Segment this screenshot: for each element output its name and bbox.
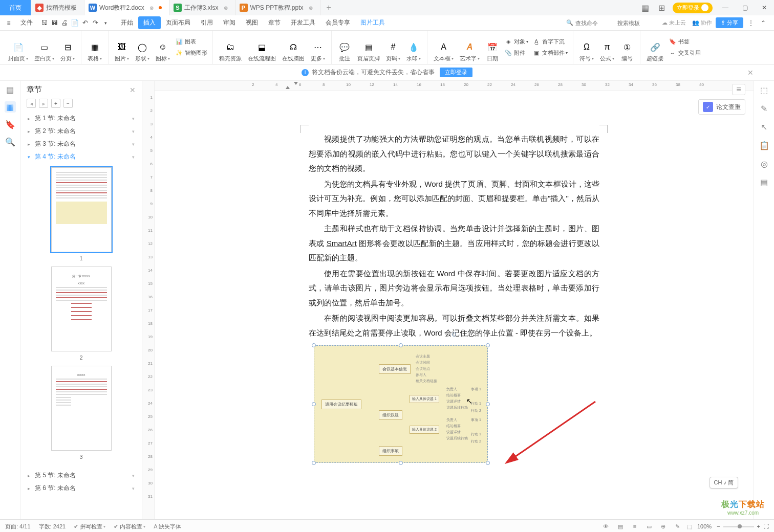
undo-icon[interactable]: ↶ (80, 17, 90, 29)
header-footer-button[interactable]: ▤页眉页脚 (354, 31, 383, 64)
comment-button[interactable]: 💬批注 (335, 31, 354, 64)
banner-login-button[interactable]: 立即登录 (440, 68, 472, 77)
status-page[interactable]: 页面: 4/11 (5, 523, 31, 530)
vstrip-bookmark-icon[interactable]: 🔖 (5, 119, 16, 130)
paper-check-button[interactable]: ✓论文查重 (698, 99, 745, 115)
menu-picture-tools[interactable]: 图片工具 (355, 16, 390, 29)
save-as-icon[interactable]: 🖬 (49, 17, 59, 29)
menu-review[interactable]: 审阅 (218, 16, 241, 29)
equation-button[interactable]: π公式▾ (597, 31, 617, 64)
date-button[interactable]: 📅日期 (483, 31, 502, 64)
chapter-prev-button[interactable]: ◃ (27, 99, 36, 108)
object-button[interactable]: ◈对象▾ (502, 37, 530, 47)
document-page[interactable]: 视频提供了功能强大的方法帮助您证明您的观点。当您单击联机视频时，可以在想要添加的… (275, 101, 633, 494)
close-window-button[interactable]: ✕ (755, 0, 774, 15)
collapse-ribbon-icon[interactable]: ⌃ (759, 18, 768, 28)
rstrip-location-icon[interactable]: ◎ (759, 159, 769, 169)
view-page-icon[interactable]: ▤ (615, 521, 626, 531)
resize-handle[interactable] (312, 402, 316, 406)
chapter-item-5[interactable]: ▸第 5 节: 未命名▾ (20, 469, 142, 482)
page-thumbnail-2[interactable]: 第一章 XXXX XXXX (51, 267, 112, 351)
bookmark-button[interactable]: 🔖书签 (666, 37, 703, 47)
view-outline-icon[interactable]: ≡ (630, 521, 640, 531)
close-icon[interactable]: ⊗ (309, 5, 313, 11)
wordart-button[interactable]: A艺术字▾ (457, 31, 483, 64)
chapter-item-4[interactable]: ▾第 4 节: 未命名▾ (20, 150, 142, 163)
search-template-input[interactable] (617, 20, 658, 26)
resize-handle[interactable] (399, 343, 403, 347)
chapter-add-button[interactable]: + (51, 99, 60, 108)
menu-member[interactable]: 会员专享 (320, 16, 355, 29)
menu-reference[interactable]: 引用 (196, 16, 218, 29)
rstrip-edit-icon[interactable]: ✎ (759, 103, 769, 114)
status-spellcheck[interactable]: ✔拼写检查▾ (74, 523, 105, 530)
chapter-item-1[interactable]: ▸第 1 节: 未命名▾ (20, 112, 142, 125)
hamburger-icon[interactable]: ≡ (4, 18, 13, 28)
daoke-resource-button[interactable]: 🗂稻壳资源 (216, 31, 245, 64)
paragraph[interactable]: 视频提供了功能强大的方法帮助您证明您的观点。当您单击联机视频时，可以在想要添加的… (309, 132, 599, 176)
resize-handle[interactable] (486, 461, 490, 465)
smartart-link[interactable]: SmartArt (327, 239, 357, 248)
rotate-handle-icon[interactable] (452, 332, 456, 337)
menu-start[interactable]: 开始 (116, 16, 138, 29)
login-button[interactable]: 立即登录 (673, 3, 713, 13)
numbering-button[interactable]: ①编号 (617, 31, 637, 64)
vstrip-chapter-icon[interactable]: ▦ (5, 101, 16, 113)
print-icon[interactable]: 🖨 (59, 17, 70, 29)
search-command-input[interactable] (575, 20, 616, 26)
drop-cap-button[interactable]: A̲首字下沉 (530, 37, 570, 47)
zoom-label[interactable]: 100% (695, 523, 714, 529)
zoom-control[interactable]: ⬚ 100% − + ⛶ (687, 523, 769, 530)
smart-shape-button[interactable]: ✨智能图形 (173, 48, 209, 58)
doc-parts-button[interactable]: ▣文档部件▾ (530, 48, 570, 58)
vstrip-search-icon[interactable]: 🔍 (5, 136, 16, 147)
paragraph[interactable]: 主题和样式也有助于文档保持协调。当您单击设计并选择新的主题时，图片、图表或 Sm… (309, 221, 599, 265)
status-missing-font[interactable]: A缺失字体 (154, 523, 181, 530)
page-break-button[interactable]: ⊟分页▾ (57, 31, 78, 64)
zoom-fit-icon[interactable]: ⬚ (687, 523, 692, 530)
close-icon[interactable]: ⊗ (224, 5, 228, 11)
zoom-fullscreen-icon[interactable]: ⛶ (763, 523, 769, 529)
crossref-button[interactable]: ↔交叉引用 (666, 48, 703, 58)
template-search[interactable] (617, 20, 658, 26)
vstrip-outline-icon[interactable]: ▤ (5, 84, 16, 95)
menu-chapter[interactable]: 章节 (263, 16, 286, 29)
rstrip-style-icon[interactable]: ⬚ (759, 85, 769, 95)
qat-dropdown-icon[interactable]: ▾ (100, 17, 111, 29)
tab-pptx[interactable]: P WPS PPT教程.pptx ⊗ (235, 0, 320, 15)
resize-handle[interactable] (486, 402, 490, 406)
flowchart-button[interactable]: ⬓在线流程图 (245, 31, 279, 64)
cover-page-button[interactable]: 📄封面页▾ (5, 31, 31, 64)
close-icon[interactable]: ⊗ (149, 5, 154, 11)
chapter-panel-close-icon[interactable]: ✕ (130, 86, 136, 94)
tab-xlsx[interactable]: S 工作簿3.xlsx ⊗ (169, 0, 235, 15)
mindmap-button[interactable]: ☊在线脑图 (279, 31, 308, 64)
status-content-check[interactable]: ✔内容检查▾ (114, 523, 145, 530)
rstrip-select-icon[interactable]: ↖ (759, 122, 769, 132)
rstrip-clipboard-icon[interactable]: 📋 (759, 140, 769, 150)
symbol-button[interactable]: Ω符号▾ (576, 31, 597, 64)
chapter-item-2[interactable]: ▸第 2 节: 未命名▾ (20, 125, 142, 138)
collapse-rpanel-button[interactable]: ≡ (732, 84, 745, 95)
shape-button[interactable]: ◯形状▾ (132, 31, 153, 64)
menu-devtools[interactable]: 开发工具 (286, 16, 320, 29)
view-eye-icon[interactable]: 👁 (601, 521, 611, 531)
chapter-next-button[interactable]: ▹ (39, 99, 48, 108)
maximize-button[interactable]: ▢ (735, 0, 755, 15)
tab-word-doc[interactable]: W Word教程2.docx ⊗ (84, 0, 169, 15)
horizontal-ruler[interactable]: 246810121416182022242628303234363840 (155, 81, 754, 91)
menu-more-icon[interactable]: ⋮ (746, 18, 756, 28)
banner-close-icon[interactable]: ✕ (747, 69, 754, 77)
icon-button[interactable]: ☺图标▾ (153, 31, 173, 64)
page-thumbnail-1[interactable] (51, 167, 112, 252)
page-thumbnail-3[interactable]: XXXX (51, 366, 112, 451)
minimize-button[interactable]: — (716, 0, 735, 15)
hyperlink-button[interactable]: 🔗超链接 (643, 31, 666, 64)
blank-page-button[interactable]: ▭空白页▾ (31, 31, 57, 64)
vertical-ruler[interactable]: 1234567891011121314151617181920212223242… (142, 81, 155, 519)
view-web-icon[interactable]: ⊕ (658, 521, 669, 531)
table-button[interactable]: ▦表格▾ (84, 31, 105, 64)
menu-page-layout[interactable]: 页面布局 (161, 16, 196, 29)
indent-marker-icon[interactable] (294, 82, 298, 85)
zoom-out-button[interactable]: − (717, 523, 720, 529)
